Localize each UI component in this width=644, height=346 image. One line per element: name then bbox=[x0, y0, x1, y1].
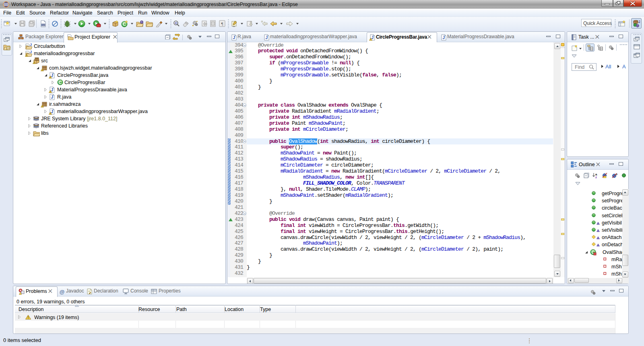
svg-text:GIT: GIT bbox=[6, 47, 10, 50]
svg-text:J: J bbox=[266, 35, 268, 40]
svg-text:J: J bbox=[443, 35, 445, 40]
svg-text:J: J bbox=[638, 20, 640, 24]
svg-text:@: @ bbox=[59, 289, 64, 295]
svg-text:J: J bbox=[30, 50, 32, 54]
svg-text:J: J bbox=[51, 95, 54, 99]
svg-text:010: 010 bbox=[41, 24, 45, 26]
svg-text:J: J bbox=[30, 43, 32, 47]
svg-text:C: C bbox=[123, 22, 126, 27]
svg-text:C: C bbox=[59, 80, 62, 85]
svg-text:J: J bbox=[233, 35, 235, 40]
svg-text:C: C bbox=[175, 21, 178, 25]
svg-text:¶: ¶ bbox=[221, 21, 223, 26]
svg-text:z: z bbox=[595, 175, 597, 179]
